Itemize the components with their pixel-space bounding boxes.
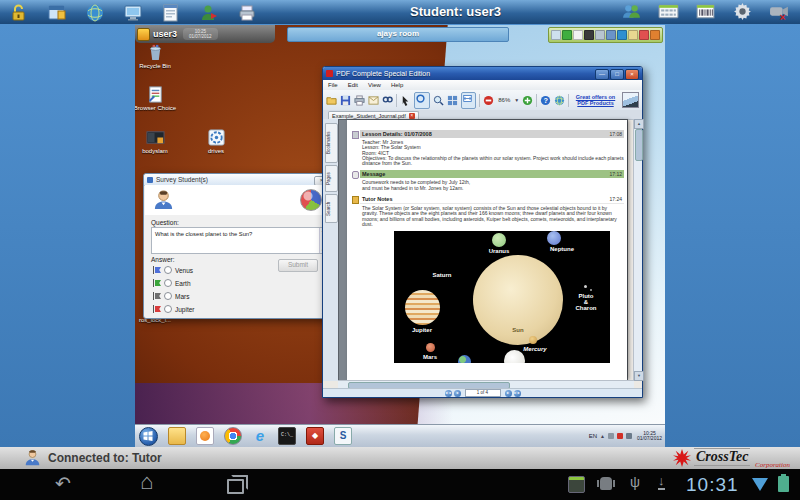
tab-pages[interactable]: Pages bbox=[325, 165, 338, 192]
close-button[interactable]: × bbox=[625, 69, 639, 80]
screen-mini-icon[interactable] bbox=[606, 30, 616, 40]
zoom-level[interactable]: 86% bbox=[498, 97, 510, 103]
menu-help[interactable]: Help bbox=[391, 82, 403, 88]
message-icon bbox=[352, 171, 359, 179]
printer-mini-icon[interactable] bbox=[595, 30, 605, 40]
drives-icon bbox=[207, 128, 226, 147]
disconnect-icon[interactable]: × bbox=[769, 1, 790, 22]
network-icon[interactable] bbox=[626, 433, 632, 439]
email-icon[interactable] bbox=[368, 95, 379, 106]
find-icon[interactable] bbox=[382, 95, 393, 106]
barcode-list-icon[interactable] bbox=[695, 1, 716, 22]
tutor-avatar-icon bbox=[24, 449, 41, 466]
next-page-button[interactable]: ► bbox=[505, 390, 512, 397]
recycle-bin-icon bbox=[146, 43, 165, 62]
offer-link[interactable]: Great offers on PDF Products bbox=[572, 94, 619, 106]
help-mini-icon[interactable] bbox=[650, 30, 660, 40]
vertical-scrollbar[interactable]: ▲ ▼ bbox=[633, 119, 642, 381]
home-icon[interactable]: ⌂ bbox=[140, 471, 153, 493]
last-page-button[interactable]: ►► bbox=[514, 390, 521, 397]
promo-image[interactable] bbox=[622, 92, 639, 108]
fit-width-selected[interactable] bbox=[461, 92, 477, 109]
internet-explorer-taskbar-icon[interactable]: e bbox=[252, 428, 268, 444]
keyboard-mini-icon[interactable] bbox=[584, 30, 594, 40]
help-icon[interactable]: ? bbox=[540, 95, 551, 106]
users-icon[interactable] bbox=[621, 1, 642, 22]
menu-view[interactable]: View bbox=[368, 82, 381, 88]
stop-icon[interactable] bbox=[483, 95, 494, 106]
running-app-icon[interactable] bbox=[568, 476, 585, 493]
window-icon[interactable] bbox=[47, 3, 67, 23]
globe-icon[interactable] bbox=[85, 3, 105, 23]
user-transfer-icon[interactable] bbox=[199, 3, 219, 23]
journal-mini-icon[interactable] bbox=[628, 30, 638, 40]
tab-bookmarks[interactable]: Bookmarks bbox=[325, 123, 338, 163]
language-indicator[interactable]: EN bbox=[589, 433, 597, 439]
survey-option-earth[interactable]: Earth bbox=[153, 279, 191, 287]
clock-mini-icon[interactable] bbox=[573, 30, 583, 40]
explorer-taskbar-icon[interactable] bbox=[168, 427, 186, 445]
menu-file[interactable]: File bbox=[328, 82, 338, 88]
remote-mini-toolbar[interactable] bbox=[548, 27, 663, 43]
taskbar-clock[interactable]: 10:25 01/07/2012 bbox=[637, 431, 662, 442]
minimize-button[interactable]: — bbox=[595, 69, 609, 80]
back-icon[interactable]: ↶ bbox=[55, 473, 71, 495]
netsupport-taskbar-icon[interactable]: S bbox=[334, 427, 352, 445]
survey-option-jupiter[interactable]: Jupiter bbox=[153, 305, 195, 313]
menu-edit[interactable]: Edit bbox=[348, 82, 358, 88]
client-tab[interactable]: user3 10:25 01/07/2012 bbox=[135, 25, 275, 43]
tab-search[interactable]: Search bbox=[325, 194, 338, 223]
gear-icon[interactable] bbox=[732, 1, 753, 22]
maximize-button[interactable]: □ bbox=[610, 69, 624, 80]
globe-mini-icon[interactable] bbox=[617, 30, 627, 40]
scroll-up-icon[interactable]: ▲ bbox=[634, 119, 644, 129]
radio-button[interactable] bbox=[164, 305, 172, 313]
recents-icon[interactable] bbox=[227, 479, 244, 494]
remote-desktop[interactable]: user3 10:25 01/07/2012 ajays room Recycl… bbox=[135, 25, 665, 447]
zoom-in-icon[interactable] bbox=[522, 95, 533, 106]
save-icon[interactable] bbox=[340, 95, 351, 106]
pan-tool-selected[interactable] bbox=[414, 92, 430, 109]
document-area[interactable]: Lesson Details: 01/07/2008 17:08 Teacher… bbox=[338, 119, 628, 381]
monitor-mini-icon[interactable] bbox=[551, 30, 561, 40]
submit-button[interactable]: Submit bbox=[278, 259, 318, 272]
scrollbar-thumb[interactable] bbox=[635, 129, 643, 161]
web-page-icon[interactable] bbox=[161, 3, 181, 23]
android-usb-icon bbox=[600, 477, 612, 490]
radio-button[interactable] bbox=[164, 279, 172, 287]
pdf-complete-taskbar-icon[interactable]: ◆ bbox=[306, 427, 324, 445]
tray-expand-icon[interactable]: ▲ bbox=[600, 433, 605, 439]
open-icon[interactable] bbox=[326, 95, 337, 106]
monitor-icon[interactable] bbox=[123, 3, 143, 23]
prev-page-button[interactable]: ◄ bbox=[454, 390, 461, 397]
chat-mini-icon[interactable] bbox=[639, 30, 649, 40]
print-icon[interactable] bbox=[354, 95, 365, 106]
zoom-icon[interactable] bbox=[433, 95, 444, 106]
survey-option-mars[interactable]: Mars bbox=[153, 292, 189, 300]
volume-icon[interactable] bbox=[608, 433, 614, 439]
chart-mini-icon[interactable] bbox=[562, 30, 572, 40]
scroll-down-icon[interactable]: ▼ bbox=[634, 371, 644, 381]
radio-button[interactable] bbox=[164, 266, 172, 274]
media-player-taskbar-icon[interactable] bbox=[196, 427, 214, 445]
zoom-dropdown-icon[interactable]: ▼ bbox=[514, 97, 519, 103]
keyboard-icon[interactable] bbox=[658, 1, 679, 22]
chrome-taskbar-icon[interactable] bbox=[224, 427, 242, 445]
desktop-icon-drives[interactable]: drives bbox=[194, 128, 238, 155]
desktop-icon-browser-choice[interactable]: Browser Choice bbox=[135, 85, 177, 112]
printer-icon[interactable] bbox=[237, 3, 257, 23]
desktop-icon-bodyslam[interactable]: bodyslam bbox=[135, 128, 177, 155]
start-button[interactable] bbox=[139, 427, 158, 446]
radio-button[interactable] bbox=[164, 292, 172, 300]
command-prompt-taskbar-icon[interactable]: C:\_ bbox=[278, 427, 296, 445]
first-page-button[interactable]: ◄◄ bbox=[445, 390, 452, 397]
web-update-icon[interactable] bbox=[554, 95, 565, 106]
lock-icon[interactable] bbox=[9, 3, 29, 23]
pdf-side-panel: Bookmarks Pages Search bbox=[323, 119, 339, 381]
survey-option-venus[interactable]: Venus bbox=[153, 266, 193, 274]
client-name: user3 bbox=[153, 29, 177, 39]
fit-page-icon[interactable] bbox=[447, 95, 458, 106]
tray-alert-icon[interactable] bbox=[617, 433, 623, 439]
desktop-icon-recycle-bin[interactable]: Recycle Bin bbox=[135, 43, 177, 70]
select-cursor-icon[interactable] bbox=[400, 95, 411, 106]
